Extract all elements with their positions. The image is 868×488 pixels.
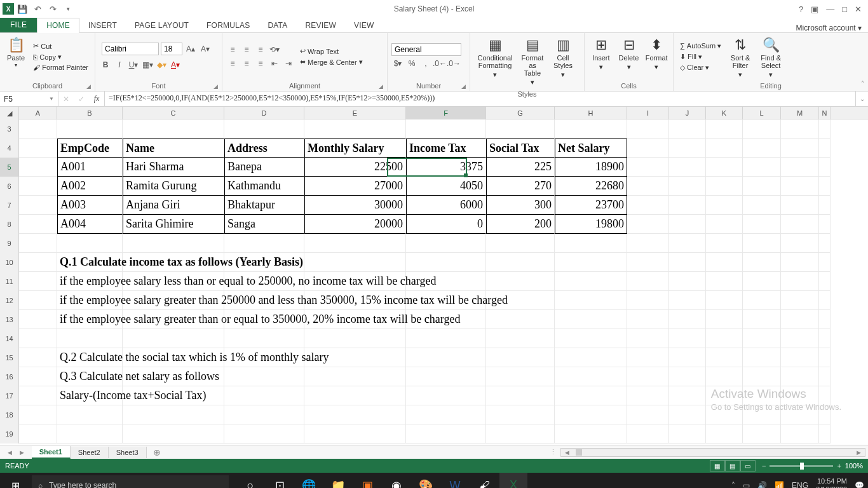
cell[interactable] bbox=[706, 215, 743, 234]
row-header-6[interactable]: 6 bbox=[0, 177, 19, 196]
paint-icon[interactable]: 🎨 bbox=[412, 473, 440, 488]
row-header-15[interactable]: 15 bbox=[0, 348, 19, 367]
sort-filter-button[interactable]: ⇅Sort & Filter▾ bbox=[726, 35, 754, 81]
cell[interactable]: 6000 bbox=[406, 196, 486, 215]
tab-view[interactable]: VIEW bbox=[345, 18, 383, 32]
cell[interactable] bbox=[743, 405, 781, 424]
row-header-14[interactable]: 14 bbox=[0, 329, 19, 348]
cell[interactable]: 4050 bbox=[406, 177, 486, 196]
cell[interactable] bbox=[57, 119, 123, 139]
align-top-icon[interactable]: ≡ bbox=[226, 43, 239, 56]
cell[interactable] bbox=[57, 424, 123, 444]
increase-decimal-icon[interactable]: .0← bbox=[433, 57, 446, 70]
font-dialog-icon[interactable]: ◢ bbox=[214, 83, 218, 90]
cell[interactable] bbox=[224, 424, 304, 444]
cell[interactable] bbox=[669, 177, 706, 196]
currency-icon[interactable]: $▾ bbox=[391, 57, 404, 70]
wrap-text-button[interactable]: ↩Wrap Text bbox=[297, 46, 365, 56]
cell[interactable]: 270 bbox=[486, 177, 555, 196]
sheet-nav-prev-icon[interactable]: ◄ bbox=[6, 449, 13, 456]
row-header-5[interactable]: 5 bbox=[0, 158, 19, 177]
comma-icon[interactable]: , bbox=[419, 57, 432, 70]
cell[interactable] bbox=[19, 405, 57, 424]
tab-home[interactable]: HOME bbox=[37, 18, 79, 33]
cell[interactable] bbox=[743, 215, 781, 234]
cell[interactable]: Bhaktapur bbox=[224, 196, 304, 215]
cell[interactable] bbox=[669, 196, 706, 215]
align-right-icon[interactable]: ≡ bbox=[254, 57, 267, 70]
col-header-d[interactable]: D bbox=[224, 107, 304, 119]
cell[interactable] bbox=[819, 119, 831, 139]
zoom-slider[interactable] bbox=[770, 465, 833, 467]
cell[interactable] bbox=[123, 234, 224, 253]
sheet-tab-1[interactable]: Sheet1 bbox=[32, 446, 71, 459]
align-center-icon[interactable]: ≡ bbox=[240, 57, 253, 70]
cell[interactable] bbox=[304, 234, 406, 253]
row-header-4[interactable]: 4 bbox=[0, 139, 19, 158]
cell[interactable] bbox=[819, 405, 831, 424]
cell[interactable]: Sarita Ghimire bbox=[123, 215, 224, 234]
autosum-button[interactable]: ∑AutoSum ▾ bbox=[677, 41, 724, 51]
cell[interactable] bbox=[486, 119, 555, 139]
cell[interactable] bbox=[819, 234, 831, 253]
file-explorer-icon[interactable]: 📁 bbox=[324, 473, 352, 488]
cell[interactable] bbox=[819, 310, 831, 329]
name-box[interactable]: F5▼ bbox=[0, 92, 58, 106]
number-format-select[interactable] bbox=[391, 43, 461, 56]
cell[interactable] bbox=[781, 348, 819, 367]
cell[interactable] bbox=[819, 196, 831, 215]
cell[interactable]: 200 bbox=[486, 215, 555, 234]
row-header-3[interactable]: 3 bbox=[0, 119, 19, 139]
cell[interactable] bbox=[19, 177, 57, 196]
cell[interactable]: 3375 bbox=[406, 158, 486, 177]
cell[interactable]: EmpCode bbox=[57, 139, 123, 158]
cell[interactable] bbox=[123, 405, 224, 424]
tab-review[interactable]: REVIEW bbox=[296, 18, 345, 32]
row-header-10[interactable]: 10 bbox=[0, 253, 19, 272]
cell[interactable] bbox=[224, 405, 304, 424]
cell[interactable] bbox=[224, 329, 304, 348]
col-header-c[interactable]: C bbox=[123, 107, 224, 119]
ribbon-display-icon[interactable]: ▣ bbox=[811, 4, 818, 14]
tray-wifi-icon[interactable]: 📶 bbox=[775, 481, 784, 488]
cell[interactable] bbox=[627, 139, 669, 158]
cell[interactable] bbox=[304, 405, 406, 424]
cell[interactable] bbox=[706, 424, 743, 444]
cell[interactable] bbox=[555, 329, 627, 348]
cell[interactable] bbox=[706, 177, 743, 196]
clipboard-dialog-icon[interactable]: ◢ bbox=[86, 83, 91, 90]
cell[interactable] bbox=[627, 234, 669, 253]
align-left-icon[interactable]: ≡ bbox=[226, 57, 239, 70]
cell[interactable] bbox=[486, 329, 555, 348]
cell[interactable] bbox=[669, 215, 706, 234]
cell[interactable] bbox=[781, 329, 819, 348]
delete-cells-button[interactable]: ⊟Delete▾ bbox=[616, 35, 642, 73]
tray-volume-icon[interactable]: 🔊 bbox=[757, 481, 767, 488]
cell[interactable]: Q.1 Calculate income tax as follows (Yea… bbox=[57, 253, 123, 272]
cell[interactable] bbox=[819, 348, 831, 367]
cell[interactable]: A003 bbox=[57, 196, 123, 215]
cell[interactable] bbox=[743, 119, 781, 139]
paste-button[interactable]: 📋Paste▾ bbox=[4, 35, 28, 71]
cell[interactable] bbox=[669, 119, 706, 139]
collapse-ribbon-icon[interactable]: ˄ bbox=[861, 80, 864, 87]
cell[interactable] bbox=[781, 215, 819, 234]
tab-page-layout[interactable]: PAGE LAYOUT bbox=[126, 18, 198, 32]
word-icon[interactable]: W bbox=[441, 473, 469, 488]
brush-icon[interactable]: 🖌 bbox=[470, 473, 498, 488]
cell[interactable] bbox=[486, 424, 555, 444]
cell[interactable] bbox=[819, 291, 831, 310]
align-middle-icon[interactable]: ≡ bbox=[240, 43, 253, 56]
clear-button[interactable]: ◇Clear ▾ bbox=[677, 63, 724, 72]
qat-save-icon[interactable]: 💾 bbox=[15, 2, 29, 16]
cell[interactable] bbox=[743, 329, 781, 348]
cell[interactable] bbox=[406, 405, 486, 424]
cell[interactable]: Name bbox=[123, 139, 224, 158]
insert-cells-button[interactable]: ⊞Insert▾ bbox=[588, 35, 614, 73]
cell[interactable] bbox=[706, 234, 743, 253]
cell[interactable] bbox=[627, 329, 669, 348]
cell[interactable]: Sanga bbox=[224, 215, 304, 234]
cell[interactable]: 27000 bbox=[304, 177, 406, 196]
cell[interactable]: 18900 bbox=[555, 158, 627, 177]
font-size-input[interactable] bbox=[161, 43, 182, 55]
